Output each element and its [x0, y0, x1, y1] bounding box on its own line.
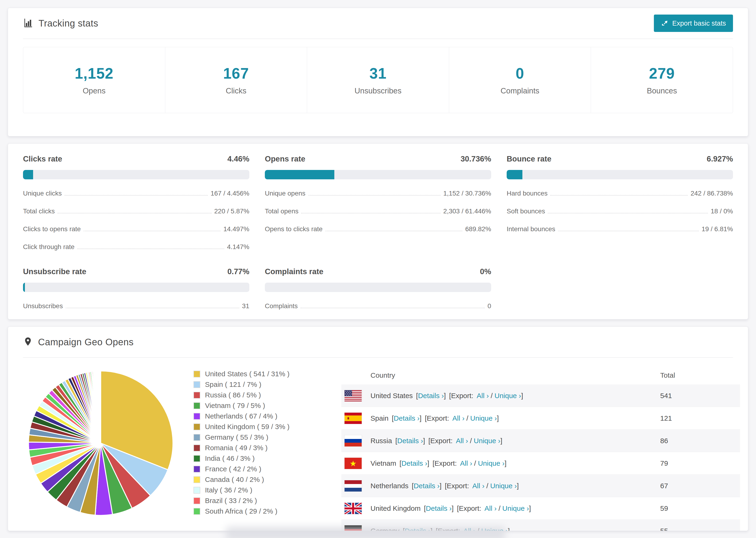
flag-vietnam-icon: [344, 457, 362, 469]
stat-complaints: 0 Complaints: [449, 47, 591, 113]
details-link[interactable]: Details ›: [414, 482, 440, 490]
page-title: Tracking stats: [38, 18, 98, 28]
rate-row: Unsubscribes31: [23, 302, 249, 310]
column-header-country: Country: [341, 371, 660, 379]
rate-value: 6.927%: [707, 154, 733, 163]
rate-title: Complaints rate: [265, 267, 323, 276]
stat-label: Bounces: [647, 86, 677, 95]
rate-title: Opens rate: [265, 154, 305, 163]
rate-value: 30.736%: [460, 154, 491, 163]
export-unique-link[interactable]: Unique ›: [503, 505, 529, 512]
dotted-leader: [300, 308, 485, 308]
legend-item: Russia ( 86 / 5% ): [193, 391, 334, 399]
campaign-geo-opens-card: Campaign Geo Opens United States ( 541 /…: [8, 327, 748, 531]
dotted-leader: [83, 231, 221, 231]
details-link[interactable]: Details ›: [394, 414, 419, 422]
legend-swatch: [193, 423, 200, 430]
dotted-leader: [77, 248, 224, 249]
details-link[interactable]: Details ›: [402, 459, 427, 467]
opens-rate-block: Opens rate 30.736% Unique opens1,152 / 3…: [265, 154, 491, 251]
total-value: 55: [660, 527, 740, 531]
dotted-leader: [308, 195, 441, 195]
bounce-rate-block: Bounce rate 6.927% Hard bounces242 / 86.…: [507, 154, 733, 251]
legend-item: Germany ( 55 / 3% ): [193, 433, 334, 441]
legend-swatch: [193, 487, 200, 494]
geo-legend: United States ( 541 / 31% ) Spain ( 121 …: [193, 366, 334, 531]
export-unique-link[interactable]: Unique ›: [495, 392, 521, 400]
stats-summary-row: 1,152 Opens 167 Clicks 31 Unsubscribes 0…: [23, 47, 733, 113]
opens-rate-progress: [265, 170, 491, 179]
dotted-leader: [301, 213, 441, 213]
table-row-spain: Spain[Details ›][Export:All ›/Unique ›] …: [341, 407, 740, 430]
export-unique-link[interactable]: Unique ›: [490, 482, 517, 490]
total-value: 86: [660, 437, 740, 445]
rate-row: Clicks to opens rate14.497%: [23, 225, 249, 233]
tracking-stats-page: Tracking stats Export basic stats 1,152 …: [0, 0, 756, 538]
details-link[interactable]: Details ›: [397, 437, 423, 445]
export-all-link[interactable]: All ›: [456, 437, 468, 445]
geo-header: Campaign Geo Opens: [8, 327, 748, 357]
export-unique-link[interactable]: Unique ›: [474, 437, 500, 445]
legend-item: South Africa ( 29 / 2% ): [193, 507, 334, 515]
rate-value: 0%: [480, 267, 491, 276]
export-all-link[interactable]: All ›: [453, 414, 465, 422]
legend-swatch: [193, 508, 200, 515]
export-icon: [661, 19, 669, 28]
section-title: Campaign Geo Opens: [38, 337, 134, 348]
legend-swatch: [193, 392, 200, 399]
geo-opens-table: Country Total United States[Details ›][E…: [341, 366, 740, 531]
column-header-total: Total: [660, 371, 740, 379]
export-unique-link[interactable]: Unique ›: [478, 459, 505, 467]
legend-swatch: [193, 476, 200, 483]
legend-swatch: [193, 497, 200, 504]
rate-row: Opens to clicks rate689.82%: [265, 225, 491, 233]
rate-value: 0.77%: [227, 267, 249, 276]
export-unique-link[interactable]: Unique ›: [470, 414, 497, 422]
rate-row: Click through rate4.147%: [23, 243, 249, 251]
stat-bounces: 279 Bounces: [591, 47, 733, 113]
legend-item: India ( 46 / 3% ): [193, 455, 334, 462]
details-link[interactable]: Details ›: [426, 505, 452, 512]
export-all-link[interactable]: All ›: [485, 505, 497, 512]
table-row-united-states: United States[Details ›][Export:All ›/Un…: [341, 385, 740, 407]
total-value: 67: [660, 482, 740, 490]
total-value: 59: [660, 505, 740, 512]
clicks-rate-progress: [23, 170, 249, 179]
flag-spain-icon: [344, 412, 362, 424]
export-all-link[interactable]: All ›: [477, 392, 489, 400]
unsubscribe-rate-block: Unsubscribe rate 0.77% Unsubscribes31: [23, 267, 249, 310]
map-pin-icon: [23, 337, 33, 348]
rate-row: Complaints0: [265, 302, 491, 310]
stat-clicks: 167 Clicks: [165, 47, 307, 113]
legend-swatch: [193, 413, 200, 420]
stat-label: Complaints: [501, 86, 539, 95]
legend-item: Romania ( 49 / 3% ): [193, 444, 334, 452]
export-all-link[interactable]: All ›: [472, 482, 485, 490]
flag-russia-icon: [344, 435, 362, 447]
legend-item: United States ( 541 / 31% ): [193, 370, 334, 378]
stat-value: 279: [649, 65, 675, 82]
rate-value: 4.46%: [227, 154, 249, 163]
bar-chart-icon: [23, 18, 33, 29]
flag-united-kingdom-icon: [344, 503, 362, 514]
legend-item: Italy ( 36 / 2% ): [193, 486, 334, 494]
table-row-russia: Russia[Details ›][Export:All ›/Unique ›]…: [341, 430, 740, 452]
dotted-leader: [548, 213, 708, 213]
export-basic-stats-button[interactable]: Export basic stats: [654, 15, 733, 32]
dotted-leader: [558, 231, 699, 231]
rate-row: Soft bounces18 / 0%: [507, 207, 733, 215]
details-link[interactable]: Details ›: [418, 392, 444, 400]
bounce-rate-progress: [507, 170, 733, 179]
total-value: 541: [660, 392, 740, 400]
rate-row: Unique clicks167 / 4.456%: [23, 190, 249, 197]
stat-label: Opens: [82, 86, 105, 95]
legend-item: Netherlands ( 67 / 4% ): [193, 412, 334, 420]
stat-label: Unsubscribes: [354, 86, 402, 95]
legend-swatch: [193, 445, 200, 452]
rate-row: Total clicks220 / 5.87%: [23, 207, 249, 215]
export-all-link[interactable]: All ›: [460, 459, 472, 467]
legend-item: France ( 42 / 2% ): [193, 465, 334, 473]
dotted-leader: [66, 308, 239, 308]
table-row-netherlands: Netherlands[Details ›][Export:All ›/Uniq…: [341, 475, 740, 497]
total-value: 79: [660, 459, 740, 467]
